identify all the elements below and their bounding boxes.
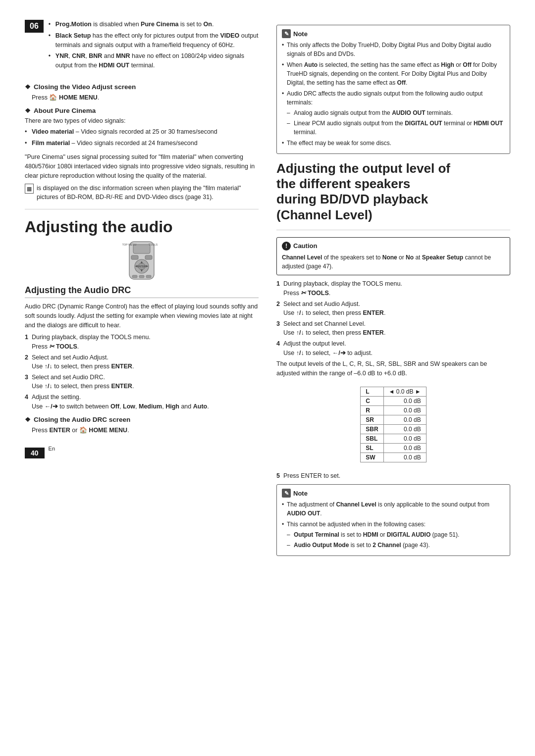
level-SBL: 0.0 dB: [383, 434, 426, 444]
note-box-1: ✎ Note This only affects the Dolby TrueH…: [276, 25, 510, 154]
note-bullet-4: The effect may be weak for some discs.: [282, 139, 505, 148]
right-column: ✎ Note This only affects the Dolby TrueH…: [276, 20, 510, 561]
about-pure-intro: There are two types of video signals:: [25, 117, 259, 124]
svg-text:▲: ▲: [140, 260, 144, 264]
svg-rect-2: [131, 255, 138, 259]
step-1-text: During playback, display the TOOLS menu.: [32, 334, 151, 341]
note-bullet-2: When Auto is selected, the setting has t…: [282, 60, 505, 87]
step-4-use: Use ←/➔ to switch between Off, Low, Medi…: [32, 403, 259, 410]
caution-title: ! Caution: [282, 242, 505, 251]
rstep-4: 4 Adjust the output level.: [276, 340, 510, 347]
intro-bullet-3: YNR, CNR, BNR and MNR have no effect on …: [49, 51, 259, 70]
rstep-4-use: Use ↑/↓ to select, ←/➔ to adjust.: [283, 349, 510, 356]
step-2-text: Select and set Audio Adjust.: [32, 354, 108, 361]
closing-video-heading: Closing the Video Adjust screen: [25, 83, 259, 91]
rstep-2-use: Use ↑/↓ to select, then press ENTER.: [283, 309, 510, 316]
page-footer: 40 En: [25, 439, 259, 458]
step-4-text: Adjust the setting.: [32, 394, 81, 401]
note-dash-list: Analog audio signals output from the AUD…: [287, 108, 505, 137]
intro-bullets: Prog.Motion is disabled when Pure Cinema…: [49, 20, 259, 72]
step-2-use: Use ↑/↓ to select, then press ENTER.: [32, 363, 259, 370]
note-box-2: ✎ Note The adjustment of Channel Level i…: [276, 484, 510, 556]
level-SW: 0.0 dB: [383, 453, 426, 462]
step-1-press: Press ✂ TOOLS.: [32, 343, 259, 350]
divider-1: [25, 209, 259, 209]
rstep-2-text: Select and set Audio Adjust.: [283, 301, 360, 307]
svg-text:TOP MENU: TOP MENU: [122, 243, 137, 246]
note2-bullet-2: This cannot be adjusted when in the foll…: [282, 520, 505, 550]
rstep-5: 5 Press ENTER to set.: [276, 472, 510, 479]
table-row: SL 0.0 dB: [361, 444, 426, 453]
table-row: R 0.0 dB: [361, 406, 426, 415]
note2-bullet-1: The adjustment of Channel Level is only …: [282, 500, 505, 518]
rstep-3: 3 Select and set Channel Level.: [276, 320, 510, 327]
rstep-3-text: Select and set Channel Level.: [283, 320, 366, 327]
step-3-text: Select and set Audio DRC.: [32, 374, 105, 381]
level-table: L ◄ 0.0 dB ► C 0.0 dB R 0.0 dB SR: [360, 387, 426, 462]
caution-text: Channel Level of the speakers set to Non…: [282, 253, 505, 271]
note-bullet-1: This only affects the Dolby TrueHD, Dolb…: [282, 41, 505, 58]
divider-right-1: [276, 230, 510, 230]
channel-SL: SL: [361, 444, 383, 453]
step-3-use: Use ↑/↓ to select, then press ENTER.: [32, 383, 259, 390]
rstep-1-text: During playback, display the TOOLS menu.: [283, 280, 402, 287]
table-row: SBL 0.0 dB: [361, 434, 426, 444]
about-pure-bullet-2: Film material – Video signals recorded a…: [25, 139, 259, 148]
output-desc: The output levels of the L, C, R, SL, SR…: [276, 359, 510, 378]
table-row: C 0.0 dB: [361, 397, 426, 406]
note-icon-1: ✎: [282, 29, 291, 38]
step-2: 2 Select and set Audio Adjust.: [25, 354, 259, 361]
remote-image: ▲ ▼ ◄ ► ENTER TOOLS TOP MENU: [119, 241, 164, 280]
level-SL: 0.0 dB: [383, 444, 426, 453]
sub-title-audio-drc: Adjusting the Audio DRC: [25, 285, 259, 298]
note-icon-2: ✎: [282, 489, 291, 498]
svg-rect-11: [132, 275, 137, 278]
svg-text:▼: ▼: [140, 268, 144, 273]
remote-svg: ▲ ▼ ◄ ► ENTER TOOLS TOP MENU: [119, 241, 164, 280]
channel-R: R: [361, 406, 383, 415]
about-pure-bullets: Video material – Video signals recorded …: [25, 127, 259, 148]
main-title: Adjusting the audio: [25, 218, 259, 236]
caution-box: ! Caution Channel Level of the speakers …: [276, 237, 510, 275]
svg-rect-13: [146, 275, 151, 278]
note-title-2: ✎ Note: [282, 489, 505, 498]
rstep-1-press: Press ✂ TOOLS.: [283, 289, 510, 297]
note-bullets-1: This only affects the Dolby TrueHD, Dolb…: [282, 41, 505, 148]
svg-text:TOOLS: TOOLS: [149, 243, 158, 246]
page-number-suffix: En: [49, 446, 55, 452]
intro-bullet-2: Black Setup has the effect only for pict…: [49, 31, 259, 50]
chapter-badge: 06: [25, 20, 44, 33]
note2-dash-2: Audio Output Mode is set to 2 Channel (p…: [287, 541, 505, 550]
channel-L: L: [361, 387, 383, 397]
about-pure-body2: ▦ is displayed on the disc information s…: [25, 184, 259, 202]
channel-SBL: SBL: [361, 434, 383, 444]
step-3: 3 Select and set Audio DRC.: [25, 374, 259, 381]
level-SR: 0.0 dB: [383, 415, 426, 425]
note-bullet-3: Audio DRC affects the audio signals outp…: [282, 89, 505, 137]
channel-C: C: [361, 397, 383, 406]
table-row: SBR 0.0 dB: [361, 425, 426, 434]
page: 06 Prog.Motion is disabled when Pure Cin…: [0, 0, 535, 756]
note-title-1: ✎ Note: [282, 29, 505, 38]
svg-rect-12: [139, 275, 144, 278]
about-pure-bullet-1: Video material – Video signals recorded …: [25, 127, 259, 137]
table-row: L ◄ 0.0 dB ►: [361, 387, 426, 397]
page-number-badge: 40: [25, 448, 45, 458]
two-column-layout: 06 Prog.Motion is disabled when Pure Cin…: [25, 20, 510, 561]
level-L: ◄ 0.0 dB ►: [383, 387, 426, 397]
caution-icon: !: [282, 242, 291, 251]
rstep-2: 2 Select and set Audio Adjust.: [276, 301, 510, 307]
note2-dash-list: Output Terminal is set to HDMI or DIGITA…: [287, 530, 505, 550]
channel-SBR: SBR: [361, 425, 383, 434]
table-row: SR 0.0 dB: [361, 415, 426, 425]
step-1: 1 During playback, display the TOOLS men…: [25, 334, 259, 341]
about-pure-body1: "Pure Cinema" uses signal processing sui…: [25, 152, 259, 180]
table-row: SW 0.0 dB: [361, 453, 426, 462]
rstep-1: 1 During playback, display the TOOLS men…: [276, 280, 510, 287]
svg-text:ENTER: ENTER: [138, 265, 146, 268]
step-4: 4 Adjust the setting.: [25, 394, 259, 401]
note2-dash-1: Output Terminal is set to HDMI or DIGITA…: [287, 530, 505, 539]
intro-bullet-1: Prog.Motion is disabled when Pure Cinema…: [49, 20, 259, 29]
about-pure-heading: About Pure Cinema: [25, 107, 259, 114]
note-bullets-2: The adjustment of Channel Level is only …: [282, 500, 505, 550]
